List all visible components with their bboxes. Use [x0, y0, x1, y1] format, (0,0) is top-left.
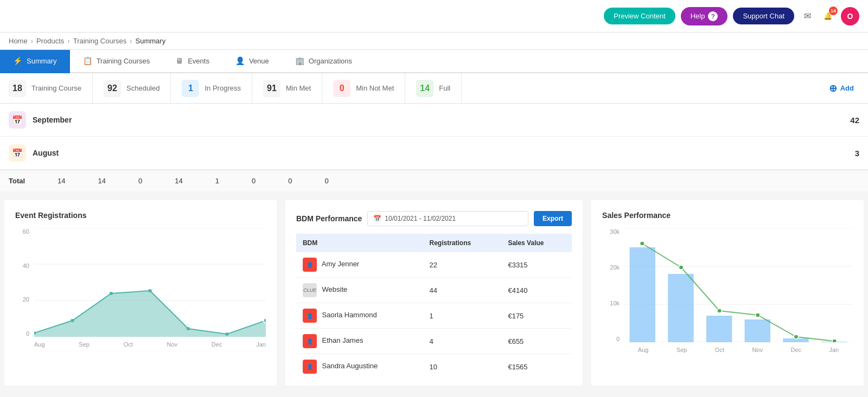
- bdm-name-saorla: 👤 Saorla Hammond: [296, 303, 423, 329]
- bdm-reg-ethan: 4: [423, 329, 501, 354]
- svg-point-8: [148, 289, 151, 292]
- svg-point-11: [264, 318, 266, 323]
- august-count: 3: [855, 149, 859, 158]
- table-row: 👤 Amy Jenner 22 €3315: [296, 252, 572, 278]
- total-val-6: 0: [252, 177, 256, 185]
- tab-organizations-label: Organizations: [309, 57, 352, 65]
- tab-training-courses[interactable]: 📋 Training Courses: [70, 50, 163, 73]
- bdm-name-website: CLUE Website: [296, 278, 423, 303]
- avatar[interactable]: O: [841, 7, 859, 25]
- tab-events-label: Events: [188, 57, 209, 65]
- stat-scheduled-badge: 92: [104, 80, 121, 97]
- tab-summary[interactable]: ⚡ Summary: [0, 50, 70, 73]
- list-item: 📅 September 42: [0, 104, 868, 137]
- help-label: Help: [691, 12, 705, 20]
- breadcrumb-products[interactable]: Products: [36, 37, 64, 45]
- list-item: 📅 August 3: [0, 137, 868, 170]
- sandra-augustine-avatar: 👤: [303, 360, 317, 374]
- stats-row: 18 Training Course 92 Scheduled 1 In Pro…: [0, 73, 868, 104]
- table-row: 👤 Sandra Augustine 10 €1565: [296, 354, 572, 375]
- stat-full: 14 Full: [405, 73, 462, 103]
- table-row: 👤 Ethan James 4 €655: [296, 329, 572, 354]
- stat-min-not-met-badge: 0: [333, 80, 350, 97]
- mail-icon[interactable]: ✉: [800, 9, 815, 24]
- stat-training-course-badge: 18: [9, 80, 26, 97]
- stat-training-course: 18 Training Course: [9, 73, 93, 103]
- preview-content-button[interactable]: Preview Content: [604, 8, 675, 24]
- help-button[interactable]: Help ?: [681, 7, 728, 25]
- table-row: CLUE Website 44 €4140: [296, 278, 572, 303]
- stat-in-progress-label: In Progress: [205, 84, 240, 92]
- bdm-reg-website: 44: [423, 278, 501, 303]
- tab-summary-label: Summary: [27, 57, 57, 65]
- svg-point-25: [756, 313, 760, 317]
- bdm-name-sandra: 👤 Sandra Augustine: [296, 354, 423, 375]
- breadcrumb-sep-3: ›: [130, 37, 132, 45]
- tab-training-courses-label: Training Courses: [97, 57, 150, 65]
- col-sales-value: Sales Value: [501, 234, 572, 252]
- svg-point-10: [225, 332, 228, 336]
- svg-point-24: [717, 309, 722, 313]
- total-val-7: 0: [288, 177, 292, 185]
- stat-scheduled: 92 Scheduled: [93, 73, 171, 103]
- stat-in-progress-badge: 1: [182, 80, 199, 97]
- nav-tabs: ⚡ Summary 📋 Training Courses 🖥 Events 👤 …: [0, 50, 868, 73]
- august-icon: 📅: [9, 144, 26, 162]
- chart-inner: [34, 228, 266, 337]
- total-val-1: 14: [58, 177, 65, 185]
- bdm-sales-amy: €3315: [501, 252, 572, 278]
- total-val-4: 14: [175, 177, 182, 185]
- bdm-sales-sandra: €1565: [501, 354, 572, 375]
- add-icon: ⊕: [829, 82, 837, 94]
- events-tab-icon: 🖥: [176, 56, 183, 65]
- bdm-name-amy: 👤 Amy Jenner: [296, 252, 423, 278]
- breadcrumb: Home › Products › Training Courses › Sum…: [0, 33, 868, 50]
- breadcrumb-summary: Summary: [136, 37, 166, 45]
- bar-y-axis: 30k 20k 10k 0: [602, 228, 622, 342]
- august-label: August: [33, 149, 848, 157]
- sales-chart-area: 30k 20k 10k 0: [602, 228, 853, 353]
- sales-performance-title: Sales Performance: [602, 211, 853, 220]
- totals-label: Total: [9, 177, 25, 185]
- date-range-input[interactable]: 📅 10/01/2021 - 11/02/2021: [367, 211, 528, 226]
- bdm-sales-saorla: €175: [501, 303, 572, 329]
- tab-events[interactable]: 🖥 Events: [163, 50, 222, 73]
- organizations-tab-icon: 🏢: [295, 56, 304, 65]
- export-button[interactable]: Export: [534, 211, 572, 226]
- stat-min-met-label: Min Met: [286, 84, 311, 92]
- venue-tab-icon: 👤: [235, 56, 245, 65]
- bdm-reg-amy: 22: [423, 252, 501, 278]
- add-button[interactable]: ⊕ Add: [824, 82, 859, 94]
- stat-min-met: 91 Min Met: [252, 73, 322, 103]
- bdm-table: BDM Registrations Sales Value 👤 Amy Jenn…: [296, 234, 572, 375]
- tab-venue-label: Venue: [249, 57, 269, 65]
- tab-organizations[interactable]: 🏢 Organizations: [282, 50, 365, 73]
- bdm-table-scroll[interactable]: BDM Registrations Sales Value 👤 Amy Jenn…: [296, 234, 572, 375]
- breadcrumb-training-courses[interactable]: Training Courses: [73, 37, 127, 45]
- september-label: September: [33, 116, 844, 124]
- ethan-james-avatar: 👤: [303, 334, 317, 348]
- september-icon: 📅: [9, 111, 26, 129]
- breadcrumb-sep-2: ›: [67, 37, 69, 45]
- svg-point-23: [679, 265, 683, 270]
- bdm-performance-panel: BDM Performance 📅 10/01/2021 - 11/02/202…: [285, 200, 583, 386]
- table-row: 👤 Saorla Hammond 1 €175: [296, 303, 572, 329]
- y-axis: 60 40 20 0: [15, 228, 31, 337]
- training-courses-tab-icon: 📋: [83, 56, 92, 65]
- col-registrations: Registrations: [423, 234, 501, 252]
- bdm-name-ethan: 👤 Ethan James: [296, 329, 423, 354]
- saorla-hammond-avatar: 👤: [303, 309, 317, 323]
- bdm-sales-ethan: €655: [501, 329, 572, 354]
- bottom-panels: Event Registrations 60 40 20 0: [0, 196, 868, 390]
- total-val-5: 1: [215, 177, 219, 185]
- svg-point-27: [832, 339, 837, 342]
- sales-performance-panel: Sales Performance 30k 20k 10k 0: [591, 200, 864, 386]
- breadcrumb-home[interactable]: Home: [9, 37, 28, 45]
- svg-rect-19: [745, 319, 770, 342]
- totals-row: Total 14 14 0 14 1 0 0 0: [0, 170, 868, 191]
- tab-venue[interactable]: 👤 Venue: [222, 50, 282, 73]
- bar-x-axis: Aug Sep Oct Nov Dec Jan: [624, 347, 853, 353]
- bell-icon[interactable]: 🔔 14: [820, 9, 835, 24]
- total-val-3: 0: [138, 177, 142, 185]
- support-chat-button[interactable]: Support Chat: [733, 8, 794, 24]
